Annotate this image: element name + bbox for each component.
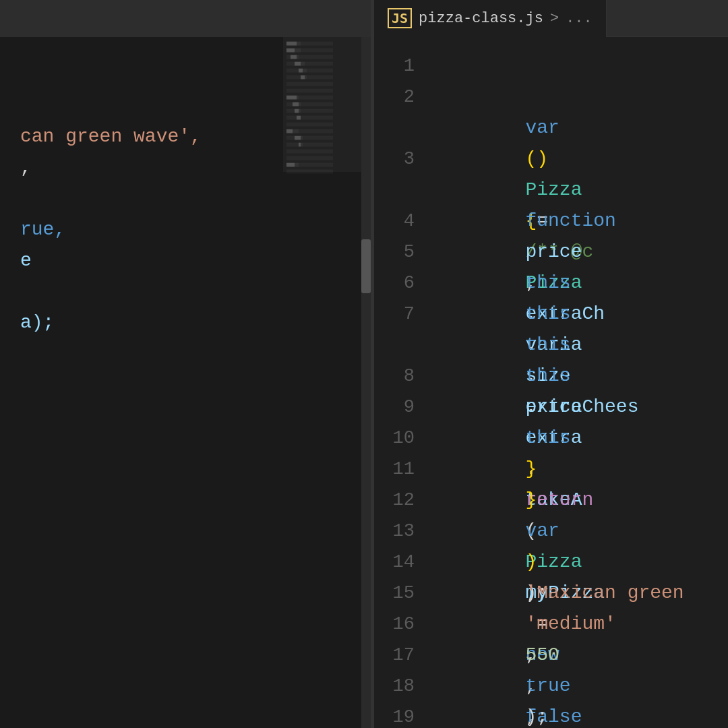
- minimap: ▓▓▓▓▓▒▒░░░░░░░░░░░░░░░░ ▓▓▓▓▒▒▒░░░░░░░░░…: [283, 37, 371, 172]
- left-tab-bar: [0, 0, 371, 37]
- tab-bar: JS pizza-class.js > ...: [374, 0, 728, 37]
- ln-19: 16: [374, 609, 415, 640]
- right-editor-panel: JS pizza-class.js > ... 1 2 - 3 - 4 5 6 …: [374, 0, 728, 728]
- left-line-8: a);: [20, 305, 357, 336]
- left-scrollbar-thumb[interactable]: [361, 239, 371, 293]
- ln-13: 10: [374, 423, 415, 454]
- ln-6: 4: [374, 206, 415, 237]
- ln-14: 11: [374, 454, 415, 485]
- left-editor-panel: ▓▓▓▓▓▒▒░░░░░░░░░░░░░░░░ ▓▓▓▓▒▒▒░░░░░░░░░…: [0, 0, 371, 728]
- code-text-area: var Pizza = /** @c () { function Pizza: [428, 37, 728, 728]
- ln-1: 1: [374, 51, 415, 82]
- ln-8: 6: [374, 268, 415, 299]
- left-line-5: rue,: [20, 212, 357, 243]
- breadcrumb-dots: ...: [566, 10, 593, 27]
- left-line-4: [20, 181, 357, 212]
- js-file-icon: JS: [388, 8, 412, 28]
- ln-11: 8: [374, 361, 415, 392]
- ln-17: 14: [374, 547, 415, 578]
- ln-10: -: [374, 330, 415, 361]
- left-line-6: e: [20, 243, 357, 274]
- ln-7: 5: [374, 237, 415, 268]
- code-line-1: [435, 51, 721, 82]
- code-line-2: var Pizza = /** @c: [435, 82, 721, 113]
- ln-16: 13: [374, 516, 415, 547]
- ln-21: 18: [374, 671, 415, 702]
- ln-5: -: [374, 175, 415, 206]
- kw-var-2: var: [525, 117, 559, 138]
- left-line-7: [20, 274, 357, 305]
- iife-close: }: [525, 489, 537, 510]
- ln-20: 17: [374, 640, 415, 671]
- ln-2: 2: [374, 82, 415, 113]
- ln-15: 12: [374, 485, 415, 516]
- tab-filename: pizza-class.js: [419, 10, 543, 27]
- ln-18: 15: [374, 578, 415, 609]
- ln-9: 7: [374, 299, 415, 330]
- kw-var-12: var: [525, 520, 559, 541]
- ln-4: 3: [374, 144, 415, 175]
- close-paren-18: );: [525, 706, 548, 727]
- ln-22: 19: [374, 702, 415, 728]
- line-numbers-gutter: 1 2 - 3 - 4 5 6 7 - 8 9 10 11 12 13 14 1…: [374, 37, 428, 728]
- left-scrollbar[interactable]: [361, 37, 371, 728]
- code-editor-area: 1 2 - 3 - 4 5 6 7 - 8 9 10 11 12 13 14 1…: [374, 37, 728, 728]
- file-tab[interactable]: JS pizza-class.js > ...: [374, 0, 607, 37]
- ln-12: 9: [374, 392, 415, 423]
- ln-3: -: [374, 113, 415, 144]
- breadcrumb-sep: >: [550, 10, 559, 27]
